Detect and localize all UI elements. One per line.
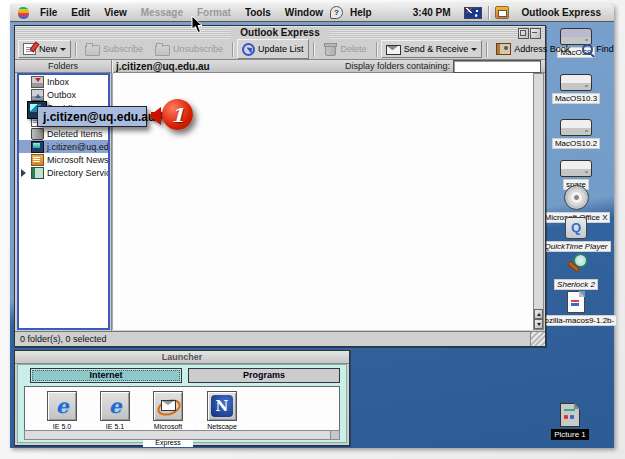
mail-account-icon: [31, 141, 44, 153]
new-message-icon: [23, 43, 36, 55]
internet-explorer-icon[interactable]: e: [47, 391, 77, 421]
folder-item-news-server[interactable]: Microsoft News Server: [19, 153, 108, 166]
apple-menu-icon[interactable]: [18, 7, 29, 19]
delete-icon: [325, 44, 336, 56]
outlook-express-window: Outlook Express New Subscribe Unsubscrib…: [14, 25, 546, 347]
update-list-button[interactable]: Update List: [237, 39, 309, 59]
toolbar-separator: [232, 42, 233, 57]
tab-internet[interactable]: Internet: [30, 368, 182, 383]
unsubscribe-icon: [155, 45, 170, 56]
menu-edit[interactable]: Edit: [64, 7, 97, 18]
tab-programs[interactable]: Programs: [188, 368, 340, 383]
annotation-arrow-head: [140, 107, 161, 125]
launcher-scrollbar[interactable]: [24, 430, 340, 440]
address-book-button[interactable]: Address Book: [491, 40, 575, 58]
zoom-box-button[interactable]: [518, 28, 529, 39]
scroll-up-arrow[interactable]: [534, 309, 543, 319]
disclosure-triangle-icon[interactable]: [21, 169, 30, 177]
desktop-icon-quicktime[interactable]: Q QuickTime Player: [540, 217, 612, 252]
collapse-box-button[interactable]: [530, 28, 541, 39]
launcher-item-ie50[interactable]: e IE 5.0: [37, 391, 87, 431]
menu-tools[interactable]: Tools: [238, 7, 278, 18]
toolbar: New Subscribe Unsubscribe Update List De…: [15, 39, 545, 60]
screenshot-frame: File Edit View Message Format Tools Wind…: [0, 0, 625, 459]
find-icon: [582, 44, 593, 55]
folder-item-label: Microsoft News Server: [47, 155, 108, 165]
active-app-icon[interactable]: [495, 6, 509, 19]
subscribe-icon: [85, 45, 100, 56]
netscape-icon[interactable]: N: [207, 391, 237, 421]
button-label: Find: [596, 44, 614, 54]
account-header-label: j.citizen@uq.edu.au: [116, 61, 210, 72]
active-app-name[interactable]: Outlook Express: [515, 7, 608, 18]
desktop-icon-mozilla[interactable]: mozilla-macos9-1.2b-: [540, 291, 612, 326]
menu-view[interactable]: View: [97, 7, 134, 18]
send-receive-button[interactable]: Send & Receive: [381, 40, 483, 58]
window-title: Outlook Express: [230, 27, 329, 39]
menu-bar: File Edit View Message Format Tools Wind…: [10, 4, 614, 22]
new-button[interactable]: New: [18, 40, 71, 58]
folder-item-deleted-items[interactable]: Deleted Items: [19, 127, 108, 140]
menu-help[interactable]: Help: [343, 7, 379, 18]
inbox-icon: [31, 76, 44, 88]
folder-item-account-selected[interactable]: j.citizen@uq.edu.au: [19, 140, 108, 153]
annotation-number: 1: [171, 104, 184, 126]
main-pane-header: j.citizen@uq.edu.au Display folders cont…: [112, 60, 545, 73]
menu-message: Message: [134, 7, 190, 18]
annotation-number-badge: 1: [162, 99, 193, 130]
folders-pane-header: Folders: [15, 60, 112, 73]
launcher-item-ie51[interactable]: e IE 5.1: [90, 391, 140, 431]
menu-window[interactable]: Window: [278, 7, 330, 18]
desktop-icon-label: Picture 1: [551, 429, 589, 440]
internet-explorer-icon[interactable]: e: [100, 391, 130, 421]
button-label: Subscribe: [103, 44, 143, 54]
document-icon: [567, 291, 585, 313]
desktop-icon-sherlock[interactable]: Sherlock 2: [540, 253, 612, 290]
desktop-icon-picture1[interactable]: Picture 1: [538, 403, 602, 440]
toolbar-separator: [486, 42, 487, 57]
magnifier-icon: [565, 253, 587, 277]
subscribe-button: Subscribe: [80, 40, 148, 59]
menu-divider: [488, 6, 489, 20]
help-balloon-icon[interactable]: ?: [330, 6, 343, 19]
desktop-icon-label: MacOS10.2: [552, 138, 600, 149]
folders-header-label: Folders: [48, 61, 78, 71]
desktop-icon-macos10-2[interactable]: MacOS10.2: [540, 119, 612, 149]
folder-filter-input[interactable]: [453, 60, 541, 73]
toolbar-separator: [376, 42, 377, 57]
folder-item-outbox[interactable]: Outbox: [19, 88, 108, 101]
folder-item-directory-services[interactable]: Directory Services: [19, 166, 108, 179]
desktop-icon-label: QuickTime Player: [541, 241, 610, 252]
launcher-window: Launcher Internet Programs e IE 5.0 e IE…: [14, 350, 350, 446]
main-scrollbar[interactable]: [533, 73, 544, 330]
folder-item-label: Directory Services: [47, 168, 108, 178]
news-server-icon: [31, 154, 44, 166]
menu-bar-right: 3:40 PM Outlook Express: [406, 6, 608, 20]
folder-item-label: Inbox: [47, 77, 69, 87]
window-title-bar[interactable]: Outlook Express: [15, 26, 545, 40]
folder-item-inbox[interactable]: Inbox: [19, 75, 108, 88]
launcher-title-bar[interactable]: Launcher: [15, 351, 349, 364]
outlook-express-icon[interactable]: [153, 391, 183, 421]
toolbar-separator: [313, 42, 314, 57]
clock[interactable]: 3:40 PM: [406, 7, 458, 18]
filter-label: Display folders containing:: [345, 61, 450, 71]
desktop-icon-label: Sherlock 2: [554, 279, 598, 290]
scroll-down-arrow[interactable]: [534, 319, 543, 329]
menu-file[interactable]: File: [33, 7, 64, 18]
annotation-callout: j.citizen@uq.edu.au: [37, 106, 147, 127]
update-list-icon: [242, 43, 255, 56]
desktop: File Edit View Message Format Tools Wind…: [10, 4, 614, 448]
desktop-icon-macos10-3[interactable]: MacOS10.3: [540, 74, 612, 104]
button-label: Unsubscribe: [173, 44, 223, 54]
resize-grip[interactable]: [530, 331, 545, 346]
hard-disk-icon: [560, 160, 592, 177]
quicktime-icon: Q: [565, 217, 587, 239]
keyboard-flag-icon[interactable]: [464, 7, 482, 19]
launcher-body: Internet Programs e IE 5.0 e IE 5.1 Micr…: [17, 364, 347, 443]
button-label: New: [39, 44, 57, 54]
status-bar: 0 folder(s), 0 selected: [15, 331, 545, 346]
button-label: Delete: [341, 44, 367, 54]
button-label: Send & Receive: [404, 44, 469, 54]
find-button[interactable]: Find: [577, 40, 619, 58]
